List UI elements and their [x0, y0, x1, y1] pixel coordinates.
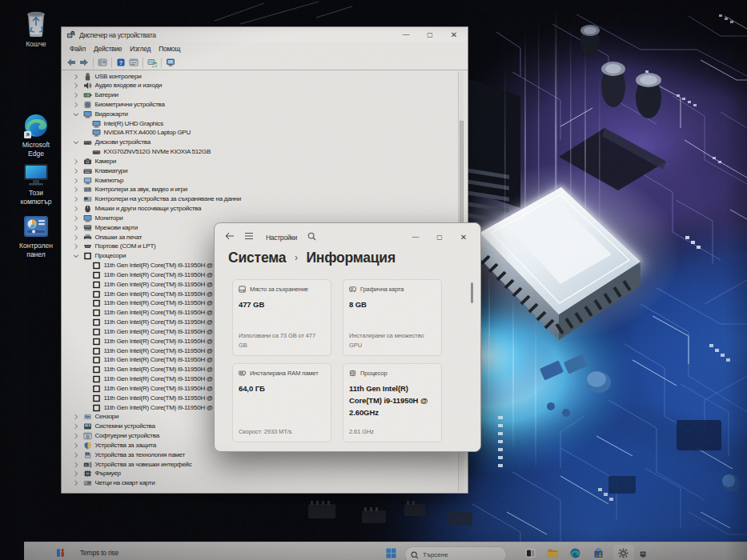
search-icon[interactable] [307, 232, 316, 241]
device-manager-titlebar[interactable]: Диспечер на устройствата — ▢ ✕ [62, 27, 468, 42]
tree-item-label: Мрежови карти [95, 224, 138, 231]
taskbar-search[interactable]: Търсене [404, 546, 507, 560]
menu-help[interactable]: Помощ [155, 45, 184, 53]
tree-item[interactable]: Четци на смарт карти [62, 478, 467, 488]
store-icon[interactable] [593, 548, 604, 558]
back-arrow-icon[interactable] [66, 58, 76, 67]
close-button[interactable]: ✕ [452, 230, 476, 245]
tree-item[interactable]: Биометрични устройства [62, 100, 467, 110]
tree-item[interactable]: NVIDIA RTX A4000 Laptop GPU [62, 128, 467, 138]
properties-window-icon[interactable] [129, 58, 139, 67]
close-button[interactable]: ✕ [442, 27, 466, 42]
tree-item[interactable]: Аудио входове и изходи [62, 81, 467, 90]
chevron-right-icon[interactable] [73, 74, 79, 80]
chevron-right-icon[interactable] [73, 168, 79, 174]
scrollbar-thumb[interactable] [460, 121, 464, 225]
tree-item[interactable]: Устройства за човешки интерфейс [62, 460, 467, 470]
menu-action[interactable]: Действие [90, 45, 126, 53]
tree-item[interactable]: Фърмуер [62, 469, 467, 478]
card-gpu[interactable]: Графична карта 8 GB Инсталирани са множе… [343, 279, 442, 356]
computer-monitor-icon[interactable] [166, 58, 175, 67]
card-title: Инсталирана RAM памет [250, 370, 319, 377]
back-icon[interactable] [225, 232, 235, 240]
chevron-right-icon[interactable] [73, 462, 79, 468]
chevron-right-icon[interactable] [73, 433, 79, 439]
desktop-icon-this-pc[interactable]: Този компютър [10, 162, 62, 206]
chevron-right-icon[interactable] [73, 243, 79, 250]
tree-item[interactable]: Клавиатури [62, 166, 467, 176]
cpu-icon [92, 262, 101, 270]
menu-file[interactable]: Файл [66, 45, 90, 53]
chevron-down-icon[interactable] [73, 139, 79, 146]
security-icon [83, 442, 92, 450]
pinned-app-icon[interactable] [639, 550, 648, 558]
tree-item[interactable]: Дискови устройства [62, 138, 467, 147]
hamburger-menu-icon[interactable] [244, 232, 254, 240]
tree-item[interactable]: Видеокарти [62, 110, 467, 119]
tree-item[interactable]: Контролери на устройства за съхраняване … [62, 194, 467, 204]
chevron-down-icon[interactable] [73, 253, 79, 259]
chevron-right-icon[interactable] [73, 196, 79, 202]
chevron-right-icon[interactable] [73, 215, 79, 222]
tree-item[interactable]: KXG70ZNV512G NVMe KIOXIA 512GB [62, 147, 467, 157]
chevron-right-icon[interactable] [73, 206, 79, 212]
usb-icon [83, 73, 92, 81]
tree-item[interactable]: Батерии [62, 90, 467, 100]
chevron-right-icon[interactable] [73, 480, 79, 486]
tree-item[interactable]: Контролери за звук, видео и игри [62, 185, 467, 194]
settings-gear-icon[interactable] [618, 548, 629, 558]
chevron-right-icon[interactable] [73, 178, 79, 184]
desktop-icon-control-panel[interactable]: Контролен панел [10, 213, 62, 259]
chevron-right-icon[interactable] [73, 423, 79, 430]
chevron-down-icon[interactable] [73, 111, 79, 118]
card-cpu[interactable]: Процесор 11th Gen Intel(R) Core(TM) i9-1… [343, 363, 442, 442]
this-pc-icon [22, 162, 50, 187]
breadcrumb-system[interactable]: Система [228, 250, 286, 266]
tree-item-label: Устройства за технология памет [95, 451, 185, 458]
chevron-right-icon[interactable] [73, 234, 79, 241]
chevron-right-icon[interactable] [73, 225, 79, 231]
chevron-right-icon[interactable] [73, 186, 79, 193]
chevron-right-icon[interactable] [73, 452, 79, 458]
file-explorer-icon[interactable] [548, 548, 558, 558]
maximize-button[interactable]: ▢ [428, 230, 452, 245]
weather-widget-icon [56, 547, 67, 558]
minimize-button[interactable]: — [404, 230, 428, 245]
settings-scrollbar-thumb[interactable] [471, 282, 473, 303]
desktop-icon-recycle-bin[interactable]: Кошче [10, 6, 62, 49]
chevron-right-icon[interactable] [73, 470, 79, 477]
software-icon [83, 432, 92, 440]
console-tree-icon[interactable] [98, 58, 107, 67]
tree-item-label: Батерии [95, 91, 118, 98]
maximize-button[interactable]: ▢ [418, 27, 442, 42]
help-icon[interactable]: ? [116, 58, 126, 67]
chevron-right-icon[interactable] [73, 442, 79, 449]
edge-taskbar-icon[interactable] [570, 548, 580, 558]
chevron-right-icon[interactable] [73, 82, 79, 89]
task-view-icon[interactable] [525, 548, 536, 558]
chevron-right-icon[interactable] [73, 158, 79, 165]
tree-item[interactable]: Intel(R) UHD Graphics [62, 119, 467, 129]
settings-titlebar[interactable]: Настройки — ▢ ✕ [215, 223, 480, 250]
sysdev-icon [83, 422, 92, 430]
tree-item[interactable]: Мишки и други посочващи устройства [62, 204, 467, 214]
tree-item-label: Опашки за печат [95, 234, 143, 241]
card-storage[interactable]: Място за съхранение 477 GB Използвани са… [232, 279, 331, 356]
computer-icon [83, 177, 92, 185]
start-button-icon[interactable] [386, 548, 396, 558]
cpu-icon [92, 356, 101, 364]
widgets-button[interactable]: Temps to rise [56, 547, 118, 558]
chevron-right-icon[interactable] [73, 102, 79, 108]
tree-item[interactable]: Камери [62, 157, 467, 166]
minimize-button[interactable]: — [394, 27, 418, 42]
menu-view[interactable]: Изглед [126, 45, 155, 53]
chevron-right-icon[interactable] [73, 92, 79, 98]
tree-item-label: NVIDIA RTX A4000 Laptop GPU [104, 129, 191, 136]
tree-item[interactable]: Компютър [62, 176, 467, 186]
card-ram[interactable]: Инсталирана RAM памет 64,0 ГБ Скорост: 2… [232, 363, 331, 442]
desktop-icon-edge[interactable]: Microsoft Edge [10, 112, 62, 158]
tree-item[interactable]: USB контролери [62, 72, 467, 82]
scan-hardware-icon[interactable] [147, 58, 157, 67]
chevron-right-icon[interactable] [73, 414, 79, 420]
forward-arrow-icon[interactable] [79, 58, 89, 67]
